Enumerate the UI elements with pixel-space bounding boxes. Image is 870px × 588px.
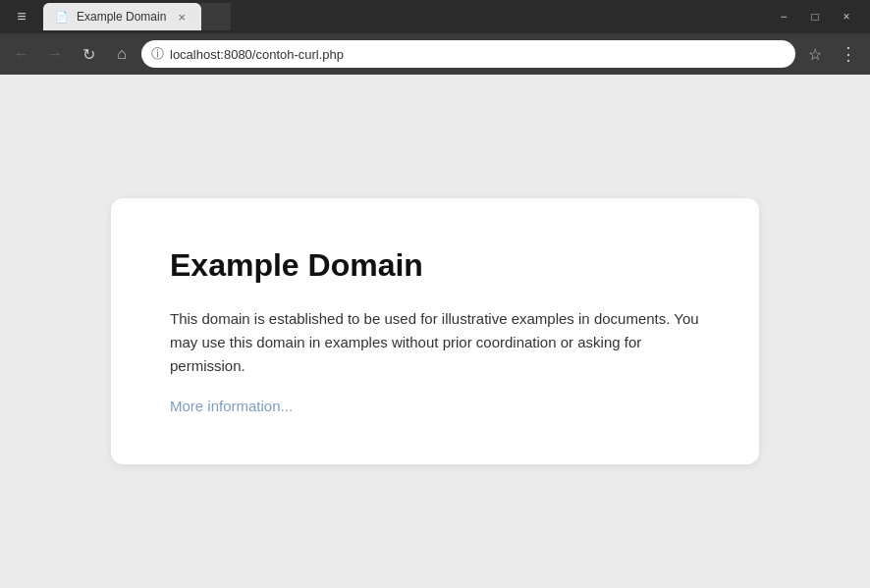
url-security-icon: ⓘ	[151, 45, 164, 63]
browser-menu-icon[interactable]: ≡	[8, 8, 35, 26]
tab-close-button[interactable]: ×	[174, 10, 190, 25]
page-title: Example Domain	[170, 247, 700, 284]
bookmark-button[interactable]: ☆	[801, 40, 829, 68]
page-content: Example Domain This domain is establishe…	[0, 75, 870, 588]
more-info-link[interactable]: More information...	[170, 398, 293, 414]
browser-window: ≡ 📄 Example Domain × − □ × ← → ↻ ⌂ ⓘ loc…	[0, 0, 870, 588]
title-bar-left: ≡ 📄 Example Domain ×	[8, 3, 231, 30]
reload-button[interactable]: ↻	[75, 40, 102, 68]
new-tab-area	[201, 3, 231, 30]
home-button[interactable]: ⌂	[108, 40, 136, 68]
tabs-area: 📄 Example Domain ×	[43, 3, 231, 30]
minimize-button[interactable]: −	[768, 3, 799, 30]
tab-page-icon: 📄	[55, 11, 69, 24]
active-tab[interactable]: 📄 Example Domain ×	[43, 3, 201, 30]
close-window-button[interactable]: ×	[831, 3, 862, 30]
forward-button[interactable]: →	[41, 40, 69, 68]
tab-label: Example Domain	[77, 10, 166, 24]
page-description: This domain is established to be used fo…	[170, 307, 700, 378]
window-controls: − □ ×	[768, 3, 862, 30]
url-bar[interactable]: ⓘ localhost:8080/contoh-curl.php	[141, 40, 795, 68]
browser-menu-button[interactable]: ⋮	[835, 40, 862, 68]
maximize-button[interactable]: □	[799, 3, 831, 30]
address-bar: ← → ↻ ⌂ ⓘ localhost:8080/contoh-curl.php…	[0, 33, 870, 75]
back-button[interactable]: ←	[8, 40, 35, 68]
content-card: Example Domain This domain is establishe…	[111, 198, 759, 464]
url-text: localhost:8080/contoh-curl.php	[170, 47, 786, 62]
title-bar: ≡ 📄 Example Domain × − □ ×	[0, 0, 870, 33]
